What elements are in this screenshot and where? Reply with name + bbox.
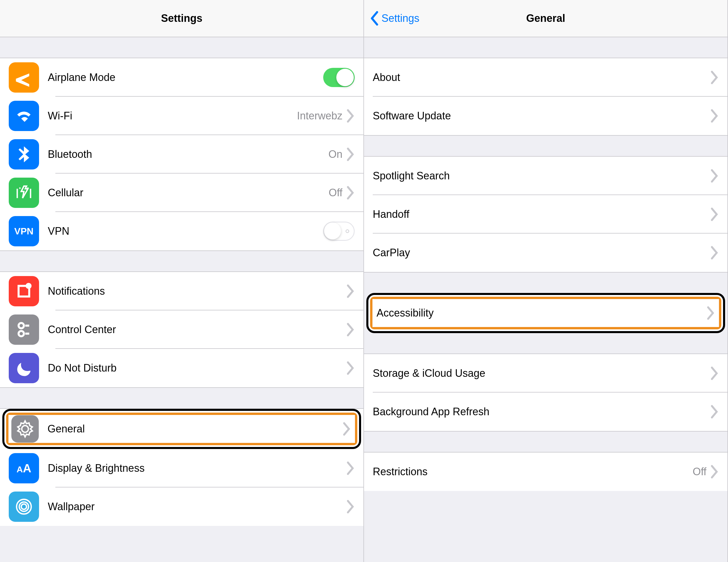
group-gap xyxy=(364,431,727,452)
chevron-right-icon xyxy=(346,461,355,475)
general-label: General xyxy=(48,423,342,435)
display-icon: AA xyxy=(9,453,39,483)
chevron-right-icon xyxy=(346,323,355,336)
group-gap xyxy=(364,136,727,156)
dnd-icon xyxy=(9,353,39,383)
restrictions-row[interactable]: Restrictions Off xyxy=(364,452,727,491)
cellular-row[interactable]: Cellular Off xyxy=(0,174,363,212)
vpn-icon: VPN xyxy=(9,216,39,246)
chevron-right-icon xyxy=(346,186,355,200)
group-gap xyxy=(0,37,363,58)
dnd-row[interactable]: Do Not Disturb xyxy=(0,349,363,387)
chevron-right-icon xyxy=(710,366,719,380)
chevron-right-icon xyxy=(710,246,719,260)
background-refresh-row[interactable]: Background App Refresh xyxy=(364,392,727,431)
chevron-right-icon xyxy=(346,500,355,513)
group-gap xyxy=(364,273,727,293)
wifi-icon xyxy=(9,101,39,131)
general-row[interactable]: General xyxy=(8,415,355,443)
about-label: About xyxy=(373,71,710,84)
vpn-switch[interactable] xyxy=(323,222,355,241)
spotlight-row[interactable]: Spotlight Search xyxy=(364,157,727,195)
airplane-mode-switch[interactable] xyxy=(323,68,355,87)
general-icon xyxy=(11,415,39,443)
software-update-row[interactable]: Software Update xyxy=(364,97,727,135)
bluetooth-icon xyxy=(9,139,39,170)
notifications-label: Notifications xyxy=(48,285,346,297)
bluetooth-row[interactable]: Bluetooth On xyxy=(0,135,363,174)
group-gap xyxy=(0,251,363,272)
storage-group: Storage & iCloud Usage Background App Re… xyxy=(364,353,727,431)
chevron-right-icon xyxy=(346,109,355,123)
group-gap xyxy=(364,37,727,58)
chevron-right-icon xyxy=(710,71,719,84)
storage-row[interactable]: Storage & iCloud Usage xyxy=(364,354,727,392)
bluetooth-label: Bluetooth xyxy=(48,148,328,161)
accessibility-highlight: Accessibility xyxy=(366,293,725,333)
chevron-right-icon xyxy=(346,284,355,298)
accessibility-label: Accessibility xyxy=(377,307,706,319)
control-center-row[interactable]: Control Center xyxy=(0,310,363,349)
chevron-right-icon xyxy=(710,465,719,478)
back-label: Settings xyxy=(381,12,419,24)
general-highlight: General xyxy=(2,409,361,449)
restrictions-detail: Off xyxy=(693,466,706,478)
software-update-label: Software Update xyxy=(373,110,710,122)
back-button[interactable]: Settings xyxy=(370,0,419,37)
background-refresh-label: Background App Refresh xyxy=(373,406,710,418)
settings-title: Settings xyxy=(161,12,202,24)
cellular-label: Cellular xyxy=(48,187,329,199)
restrictions-group: Restrictions Off xyxy=(364,452,727,491)
chevron-right-icon xyxy=(346,148,355,161)
carplay-label: CarPlay xyxy=(373,247,710,259)
alerts-group: Notifications Control Center Do Not Dist… xyxy=(0,272,363,388)
handoff-label: Handoff xyxy=(373,208,710,221)
about-group: About Software Update xyxy=(364,58,727,136)
wifi-label: Wi-Fi xyxy=(48,110,297,122)
general-pane: Settings General About Software Update S… xyxy=(364,0,728,562)
chevron-right-icon xyxy=(710,109,719,123)
chevron-right-icon xyxy=(710,208,719,221)
notifications-icon xyxy=(9,276,39,306)
chevron-right-icon xyxy=(706,306,715,320)
wallpaper-row[interactable]: Wallpaper xyxy=(0,487,363,526)
notifications-row[interactable]: Notifications xyxy=(0,272,363,310)
control-center-label: Control Center xyxy=(48,323,346,336)
chevron-right-icon xyxy=(710,405,719,418)
display-brightness-label: Display & Brightness xyxy=(48,462,346,474)
chevron-right-icon xyxy=(346,361,355,375)
settings-pane: Settings Airplane Mode Wi-Fi Interwebz B… xyxy=(0,0,364,562)
group-gap xyxy=(0,388,363,408)
accessibility-row[interactable]: Accessibility xyxy=(372,299,719,327)
about-row[interactable]: About xyxy=(364,58,727,97)
restrictions-label: Restrictions xyxy=(373,466,693,478)
group-gap xyxy=(364,333,727,353)
airplane-mode-label: Airplane Mode xyxy=(48,71,323,84)
bluetooth-detail: On xyxy=(328,148,342,161)
features-group: Spotlight Search Handoff CarPlay xyxy=(364,156,727,273)
vpn-row[interactable]: VPN VPN xyxy=(0,212,363,251)
wifi-row[interactable]: Wi-Fi Interwebz xyxy=(0,97,363,135)
airplane-mode-row[interactable]: Airplane Mode xyxy=(0,58,363,97)
wifi-detail: Interwebz xyxy=(297,110,342,122)
connectivity-group: Airplane Mode Wi-Fi Interwebz Bluetooth … xyxy=(0,58,363,251)
general-title: General xyxy=(526,12,565,24)
chevron-right-icon xyxy=(710,169,719,183)
display-brightness-row[interactable]: AA Display & Brightness xyxy=(0,449,363,487)
carplay-row[interactable]: CarPlay xyxy=(364,234,727,272)
vpn-label: VPN xyxy=(48,225,323,237)
cellular-detail: Off xyxy=(329,187,342,199)
wallpaper-icon xyxy=(9,491,39,522)
device-group: General AA Display & Brightness Wallpape… xyxy=(0,408,363,526)
general-navbar: Settings General xyxy=(364,0,727,37)
storage-label: Storage & iCloud Usage xyxy=(373,367,710,379)
wallpaper-label: Wallpaper xyxy=(48,501,346,513)
spotlight-label: Spotlight Search xyxy=(373,170,710,182)
handoff-row[interactable]: Handoff xyxy=(364,195,727,234)
dnd-label: Do Not Disturb xyxy=(48,362,346,374)
chevron-right-icon xyxy=(342,422,351,436)
settings-navbar: Settings xyxy=(0,0,363,37)
cellular-icon xyxy=(9,178,39,208)
airplane-icon xyxy=(9,62,39,93)
control-center-icon xyxy=(9,314,39,345)
